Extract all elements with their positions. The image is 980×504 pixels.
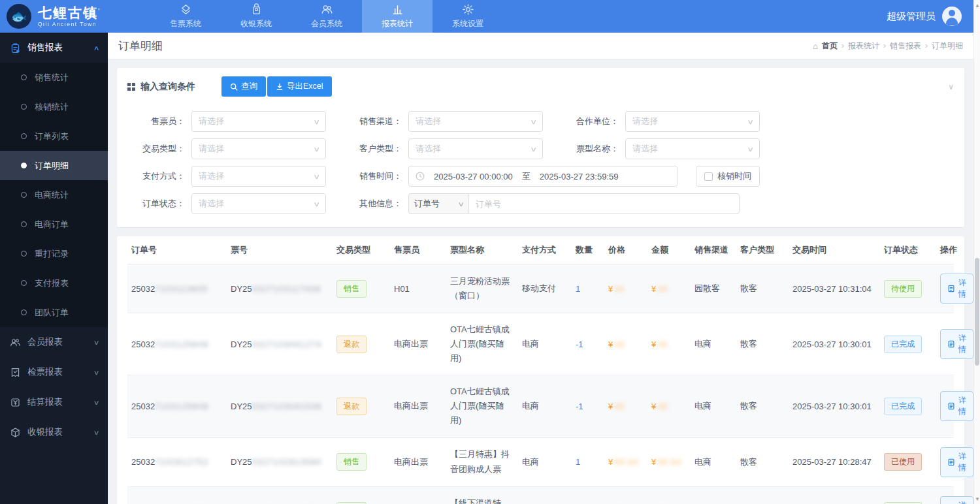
detail-button[interactable]: 详情 bbox=[940, 496, 973, 504]
nav-item-chart[interactable]: 报表统计 bbox=[362, 0, 433, 33]
breadcrumb-item[interactable]: 首页 bbox=[822, 40, 838, 52]
time-from-value[interactable]: 2025-03-27 00:00:00 bbox=[434, 172, 513, 181]
column-header: 票号 bbox=[227, 236, 333, 264]
order-status-badge: 已完成 bbox=[884, 336, 922, 353]
order-status-select[interactable]: 请选择∨ bbox=[191, 193, 326, 214]
cell-seller: 电商出票 bbox=[390, 313, 446, 375]
column-header: 支付方式 bbox=[518, 236, 572, 264]
bullet-circle-icon bbox=[21, 280, 27, 286]
field-label: 交易类型 bbox=[127, 143, 185, 155]
logo-trademark: ’ bbox=[98, 7, 101, 14]
payment-method-label: 支付方式 bbox=[127, 170, 185, 182]
masked-ticket-no: 0327103041536 bbox=[252, 402, 322, 411]
column-header: 客户类型 bbox=[736, 236, 789, 264]
export-excel-button[interactable]: 导出Excel bbox=[267, 76, 332, 97]
settle-icon bbox=[9, 397, 21, 408]
form-field: 合作单位 请选择 ∨ bbox=[561, 111, 760, 132]
cell-transaction-type: 退款 bbox=[333, 313, 390, 375]
other-info-type-select[interactable]: 订单号∨ bbox=[408, 193, 468, 214]
select-placeholder: 请选择 bbox=[632, 116, 658, 127]
sidebar-item[interactable]: 核销统计 bbox=[0, 92, 108, 121]
cell-price: ¥99.84 bbox=[604, 437, 647, 486]
column-header: 交易类型 bbox=[333, 236, 390, 264]
sidebar-group-label: 销售报表 bbox=[27, 42, 63, 54]
chevron-down-icon: ∨ bbox=[747, 146, 754, 153]
time-to-value[interactable]: 2025-03-27 23:59:59 bbox=[540, 172, 619, 181]
masked-order-no: 7103125608 bbox=[155, 339, 208, 349]
collapse-section-icon[interactable]: ∨ bbox=[948, 82, 954, 91]
sidebar-item-label: 订单列表 bbox=[35, 131, 69, 142]
sidebar-item[interactable]: 团队订单 bbox=[0, 298, 108, 327]
column-header: 金额 bbox=[647, 236, 691, 264]
current-user-name[interactable]: 超级管理员 bbox=[887, 10, 936, 23]
sale-time-range-input[interactable]: 2025-03-27 00:00:00 至 2025-03-27 23:59:5… bbox=[408, 166, 678, 187]
chevron-down-icon: ∨ bbox=[530, 118, 537, 125]
nav-item-cashier[interactable]: 收银系统 bbox=[221, 0, 291, 33]
field-select[interactable]: 请选择 ∨ bbox=[191, 111, 326, 132]
masked-amount: 30 bbox=[657, 284, 668, 294]
field-select[interactable]: 请选择 ∨ bbox=[408, 138, 543, 159]
cell-ticket-name: OTA七鲤古镇成人门票(随买随用) bbox=[446, 313, 518, 375]
scroll-down-arrow[interactable]: ▼ bbox=[974, 495, 980, 503]
other-info-compound-input: 订单号∨ bbox=[408, 193, 740, 214]
window-scrollbar[interactable]: ▲ ▼ bbox=[973, 0, 980, 504]
sidebar-group-ticketcheck[interactable]: 检票报表 ∨ bbox=[0, 357, 108, 387]
sidebar-item[interactable]: 销售统计 bbox=[0, 63, 108, 92]
cell-order-status: 已使用 bbox=[880, 437, 936, 486]
sidebar-group-box[interactable]: 收银报表 ∨ bbox=[0, 417, 108, 447]
column-header: 票型名称 bbox=[446, 236, 518, 264]
search-button[interactable]: 查询 bbox=[221, 76, 266, 97]
field-select[interactable]: 请选择 ∨ bbox=[191, 138, 326, 159]
cell-transaction-time: 2025-03-27 10:28:45 bbox=[789, 486, 880, 504]
verify-time-toggle-button[interactable]: 核销时间 bbox=[696, 166, 760, 187]
form-field: 票型名称 请选择 ∨ bbox=[561, 138, 760, 159]
gear-icon bbox=[462, 3, 474, 16]
nav-item-gear[interactable]: 系统设置 bbox=[433, 0, 503, 33]
detail-button[interactable]: 详情 bbox=[940, 274, 973, 304]
sidebar-group-people[interactable]: 会员报表 ∨ bbox=[0, 327, 108, 357]
cell-customer-type: 散客 bbox=[736, 264, 789, 313]
sidebar-item[interactable]: 订单列表 bbox=[0, 121, 108, 151]
cell-order-no: 250327103125608 bbox=[127, 375, 227, 437]
breadcrumb-item[interactable]: 报表统计 bbox=[848, 40, 879, 52]
breadcrumb-item[interactable]: 销售报表 bbox=[890, 40, 921, 52]
chevron-up-icon: ∧ bbox=[93, 44, 99, 52]
breadcrumb-item[interactable]: 订单明细 bbox=[932, 40, 963, 52]
field-select[interactable]: 请选择 ∨ bbox=[625, 138, 760, 159]
cell-quantity: 1 bbox=[572, 264, 604, 313]
cell-payment: 电商 bbox=[518, 375, 572, 437]
order-number-input[interactable] bbox=[468, 193, 740, 214]
nav-item-member[interactable]: 会员系统 bbox=[291, 0, 362, 33]
sidebar-group-settle[interactable]: 结算报表 ∨ bbox=[0, 387, 108, 417]
detail-button[interactable]: 详情 bbox=[940, 329, 973, 359]
detail-button[interactable]: 详情 bbox=[940, 447, 973, 477]
sidebar-item[interactable]: 订单明细 bbox=[0, 151, 108, 180]
detail-button[interactable]: 详情 bbox=[940, 391, 973, 421]
sidebar-item[interactable]: 电商订单 bbox=[0, 210, 108, 239]
sidebar-item[interactable]: 支付报表 bbox=[0, 268, 108, 298]
field-select[interactable]: 请选择 ∨ bbox=[625, 111, 760, 132]
sidebar-item[interactable]: 重打记录 bbox=[0, 239, 108, 268]
field-label: 合作单位 bbox=[561, 116, 619, 127]
scroll-up-arrow[interactable]: ▲ bbox=[974, 1, 980, 9]
field-select[interactable]: 请选择 ∨ bbox=[408, 111, 543, 132]
breadcrumb-separator: › bbox=[841, 41, 844, 50]
cell-order-no: 250327103113605 bbox=[127, 264, 227, 313]
scrollbar-thumb[interactable] bbox=[975, 258, 979, 366]
transaction-type-badge: 销售 bbox=[336, 453, 367, 471]
checkbox-icon[interactable] bbox=[704, 172, 713, 181]
sidebar-item[interactable]: 电商统计 bbox=[0, 180, 108, 210]
nav-item-ticket[interactable]: 售票系统 bbox=[150, 0, 221, 33]
sidebar-group-label: 结算报表 bbox=[27, 396, 63, 408]
cell-quantity: -1 bbox=[572, 313, 604, 375]
user-avatar[interactable] bbox=[942, 7, 962, 26]
cell-transaction-time: 2025-03-27 10:30:01 bbox=[789, 375, 880, 437]
payment-method-select[interactable]: 请选择∨ bbox=[191, 166, 326, 187]
cell-order-status: 已完成 bbox=[880, 375, 936, 437]
field-label: 销售渠道 bbox=[344, 116, 402, 127]
cell-payment: 移动支付 bbox=[518, 264, 572, 313]
cell-order-no: 250327103125608 bbox=[127, 313, 227, 375]
select-placeholder: 请选择 bbox=[199, 143, 224, 155]
sidebar-group-clipboard[interactable]: 销售报表 ∧ bbox=[0, 33, 108, 63]
column-header: 销售渠道 bbox=[691, 236, 736, 264]
